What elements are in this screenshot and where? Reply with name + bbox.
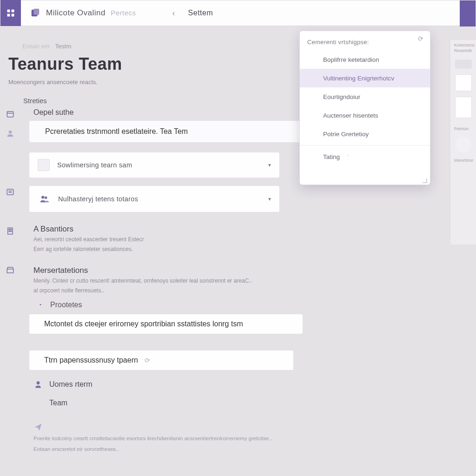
- primary-card[interactable]: Pcreretaties trstnmontl esetlateire. Tea…: [29, 120, 308, 143]
- send-icon: [33, 423, 43, 432]
- svg-point-36: [310, 172, 312, 177]
- breadcrumb-item-2[interactable]: Testm: [55, 43, 72, 50]
- ghost-thumb-2[interactable]: [455, 74, 472, 91]
- svg-rect-1: [12, 10, 14, 13]
- chat-icon: [307, 110, 317, 120]
- svg-rect-0: [7, 10, 10, 13]
- muster-card-text: Nulhasteryj tetens totaros: [58, 195, 261, 203]
- team-icon: [38, 192, 51, 205]
- ghost-label-4: Mererttnsr: [450, 158, 476, 163]
- globe-icon: [307, 171, 315, 178]
- doc-icon: [307, 73, 317, 83]
- svg-point-23: [37, 381, 40, 384]
- topbar-nav: ‹ Settem: [169, 8, 213, 18]
- svg-rect-12: [8, 228, 13, 234]
- ghost-thumb-1[interactable]: [455, 60, 472, 69]
- dropdown-item-1[interactable]: Vultinenting Enigrterhotcv: [300, 69, 430, 87]
- dropdown-item-5[interactable]: Tating ': [300, 147, 430, 166]
- svg-rect-2: [7, 14, 10, 17]
- motent-card[interactable]: Mctontet ds cteejer erirorney sportribia…: [29, 314, 303, 334]
- right-side-panel: Korercerce Resennth Petmon Mererttnsr: [450, 40, 476, 245]
- footer-line-2: Eotaan erscsretot eir sorvcetheses..: [33, 445, 322, 453]
- app-title-sub: Pertecs: [111, 9, 136, 17]
- merser-heading: Mersertatetions: [33, 266, 457, 275]
- grid-icon: [6, 8, 15, 18]
- dropdown-header: Cemerenti vrtshigpse:: [300, 37, 430, 50]
- rail-store-icon[interactable]: [0, 260, 20, 280]
- svg-rect-25: [310, 76, 314, 81]
- dropdown-item-0[interactable]: Boplifrre ketetardion: [300, 50, 430, 69]
- dropdown-item-2[interactable]: Eourtigndoiur: [300, 87, 430, 106]
- circle-icon: [33, 398, 43, 408]
- team-label: Team: [49, 399, 67, 407]
- note-icon: [307, 152, 317, 162]
- svg-rect-14: [11, 229, 12, 230]
- footer-icon-row: [33, 423, 457, 432]
- left-rail: [0, 26, 20, 476]
- person-icon: [33, 380, 43, 389]
- svg-rect-13: [9, 229, 10, 230]
- protects-label: Prootetes: [50, 301, 82, 309]
- svg-rect-6: [7, 112, 13, 117]
- svg-point-18: [41, 196, 44, 198]
- uomes-label: Uomes rterm: [49, 380, 92, 389]
- svg-rect-16: [11, 231, 12, 231]
- ghost-thumb-3[interactable]: [455, 97, 472, 118]
- app-logo-icon: [27, 8, 43, 18]
- dropdown-item-2-label: Eourtigndoiur: [323, 93, 360, 100]
- svg-rect-5: [33, 9, 39, 15]
- app-rail-header[interactable]: [0, 0, 21, 26]
- merser-desc-2: al orpcoert notle flerresuets..: [33, 287, 294, 295]
- dropdown-item-3-label: Auctenser hisentets: [323, 112, 378, 119]
- protects-row[interactable]: Prootetes: [35, 300, 457, 310]
- rail-list-icon[interactable]: [0, 182, 20, 202]
- dropdown-recent-row[interactable]: [300, 166, 430, 180]
- ghost-label-2: Resennth: [450, 48, 476, 53]
- dropdown-close-icon[interactable]: ⟳: [416, 34, 425, 43]
- shield-icon: [35, 300, 46, 310]
- uomes-row[interactable]: Uomes rterm: [33, 380, 457, 389]
- refresh-icon: ⟳: [145, 357, 150, 364]
- file-icon: [307, 54, 317, 65]
- rail-building-icon[interactable]: [0, 221, 20, 241]
- svg-point-19: [45, 197, 47, 199]
- dropdown-separator: [300, 145, 430, 145]
- muster-card[interactable]: Nulhasteryj tetens totaros ▾: [29, 185, 280, 212]
- box-icon: [307, 92, 317, 102]
- svg-rect-31: [310, 132, 315, 136]
- dropdown-item-4[interactable]: Potrie Grertetioy: [300, 125, 430, 143]
- svg-point-8: [9, 131, 12, 133]
- top-bar: Milicote Ovalind Pertecs ‹ Settem: [0, 0, 476, 26]
- bsantiors-desc-2: Eerr ag iortehle ralorreteter sesationce…: [33, 245, 294, 253]
- thumbnail-icon: [38, 159, 50, 171]
- svg-rect-3: [12, 14, 14, 17]
- svg-point-20: [40, 304, 41, 305]
- bsantiors-heading: A Bsantiors: [33, 225, 457, 234]
- nav-tab[interactable]: Settem: [188, 9, 213, 17]
- dropdown-item-3[interactable]: Auctenser hisentets: [300, 106, 430, 125]
- dropdown-item-0-label: Boplifrre ketetardion: [323, 56, 379, 63]
- dropdown-item-4-label: Potrie Grertetioy: [323, 131, 369, 138]
- sowring-card-text: Sowlimersing tearn sam: [57, 161, 261, 169]
- app-title: Milicote Ovalind Pertecs: [46, 8, 136, 18]
- team-row[interactable]: Team: [33, 398, 457, 408]
- sowring-card[interactable]: Sowlimersing tearn sam ▾: [29, 152, 280, 178]
- rail-people-icon[interactable]: [0, 124, 20, 143]
- chevron-down-icon: ▾: [268, 196, 271, 202]
- rail-calendar-icon[interactable]: [0, 104, 20, 124]
- footer-line-1: Poerite todcotny ceisrtt crnsttetacsioti…: [33, 435, 322, 443]
- breadcrumb-item-1[interactable]: Entuin em: [22, 43, 50, 50]
- topbar-right-accent: [460, 0, 476, 26]
- resize-handle-icon[interactable]: [423, 178, 427, 183]
- svg-point-24: [35, 399, 42, 406]
- dropdown-item-5-label: Tating: [323, 153, 340, 160]
- tim-card[interactable]: Ttrn papenssussnusy tpaern ⟳: [29, 350, 294, 370]
- ghost-thumb-4[interactable]: [456, 137, 471, 152]
- app-title-main: Milicote Ovalind: [46, 8, 106, 17]
- context-dropdown[interactable]: ⟳ Cemerenti vrtshigpse: Boplifrre keteta…: [299, 31, 430, 185]
- svg-rect-33: [311, 154, 314, 159]
- ghost-label-3: Petmon: [450, 126, 476, 131]
- svg-rect-30: [310, 113, 315, 116]
- ghost-label-1: Korercerce: [450, 43, 476, 47]
- nav-back-button[interactable]: ‹: [169, 8, 179, 18]
